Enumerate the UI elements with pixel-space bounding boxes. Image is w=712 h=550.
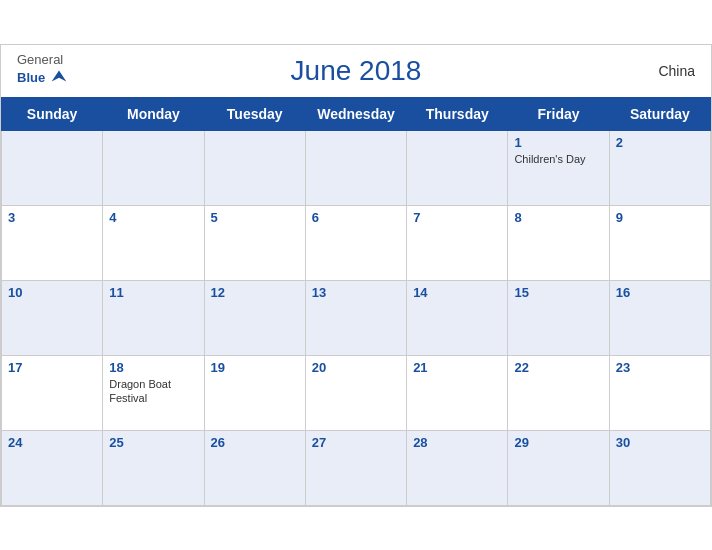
svg-marker-0 xyxy=(52,70,67,81)
table-cell: 20 xyxy=(305,355,406,430)
day-number: 29 xyxy=(514,435,602,450)
table-cell: 7 xyxy=(407,205,508,280)
day-number: 18 xyxy=(109,360,197,375)
day-number: 5 xyxy=(211,210,299,225)
day-number: 25 xyxy=(109,435,197,450)
day-number: 14 xyxy=(413,285,501,300)
calendar-header: General Blue June 2018 China xyxy=(1,45,711,97)
logo-text: General Blue xyxy=(17,52,70,88)
header-wednesday: Wednesday xyxy=(305,97,406,130)
day-number: 6 xyxy=(312,210,400,225)
header-sunday: Sunday xyxy=(2,97,103,130)
day-number: 24 xyxy=(8,435,96,450)
country-label: China xyxy=(658,63,695,79)
table-cell: 15 xyxy=(508,280,609,355)
table-cell: 16 xyxy=(609,280,710,355)
day-number: 9 xyxy=(616,210,704,225)
calendar-table: Sunday Monday Tuesday Wednesday Thursday… xyxy=(1,97,711,506)
day-number: 23 xyxy=(616,360,704,375)
table-cell: 13 xyxy=(305,280,406,355)
table-cell: 26 xyxy=(204,430,305,505)
week-row-1: 1Children's Day2 xyxy=(2,130,711,205)
table-cell: 3 xyxy=(2,205,103,280)
table-cell: 21 xyxy=(407,355,508,430)
table-cell xyxy=(305,130,406,205)
calendar-container: General Blue June 2018 China Sunday Mond… xyxy=(0,44,712,507)
table-cell xyxy=(103,130,204,205)
header-saturday: Saturday xyxy=(609,97,710,130)
table-cell: 22 xyxy=(508,355,609,430)
day-number: 16 xyxy=(616,285,704,300)
week-row-3: 10111213141516 xyxy=(2,280,711,355)
header-monday: Monday xyxy=(103,97,204,130)
event-label: Children's Day xyxy=(514,152,602,166)
day-number: 30 xyxy=(616,435,704,450)
day-number: 1 xyxy=(514,135,602,150)
table-cell: 1Children's Day xyxy=(508,130,609,205)
logo-blue: Blue xyxy=(17,70,45,84)
day-number: 26 xyxy=(211,435,299,450)
week-row-2: 3456789 xyxy=(2,205,711,280)
table-cell xyxy=(2,130,103,205)
calendar-title: June 2018 xyxy=(291,55,422,87)
week-row-5: 24252627282930 xyxy=(2,430,711,505)
table-cell: 19 xyxy=(204,355,305,430)
table-cell: 28 xyxy=(407,430,508,505)
table-cell: 25 xyxy=(103,430,204,505)
day-number: 13 xyxy=(312,285,400,300)
table-cell: 11 xyxy=(103,280,204,355)
table-cell: 5 xyxy=(204,205,305,280)
day-number: 22 xyxy=(514,360,602,375)
table-cell: 18Dragon Boat Festival xyxy=(103,355,204,430)
header-thursday: Thursday xyxy=(407,97,508,130)
table-cell: 24 xyxy=(2,430,103,505)
day-number: 7 xyxy=(413,210,501,225)
logo-general: General xyxy=(17,52,70,66)
table-cell: 12 xyxy=(204,280,305,355)
table-cell: 6 xyxy=(305,205,406,280)
table-cell: 27 xyxy=(305,430,406,505)
day-number: 20 xyxy=(312,360,400,375)
table-cell: 9 xyxy=(609,205,710,280)
table-cell: 14 xyxy=(407,280,508,355)
day-number: 2 xyxy=(616,135,704,150)
event-label: Dragon Boat Festival xyxy=(109,377,197,406)
table-cell: 4 xyxy=(103,205,204,280)
day-number: 17 xyxy=(8,360,96,375)
table-cell: 17 xyxy=(2,355,103,430)
day-number: 19 xyxy=(211,360,299,375)
table-cell: 29 xyxy=(508,430,609,505)
table-cell: 10 xyxy=(2,280,103,355)
table-cell xyxy=(204,130,305,205)
table-cell: 23 xyxy=(609,355,710,430)
day-number: 3 xyxy=(8,210,96,225)
weekday-header-row: Sunday Monday Tuesday Wednesday Thursday… xyxy=(2,97,711,130)
day-number: 27 xyxy=(312,435,400,450)
day-number: 21 xyxy=(413,360,501,375)
day-number: 12 xyxy=(211,285,299,300)
week-row-4: 1718Dragon Boat Festival1920212223 xyxy=(2,355,711,430)
header-tuesday: Tuesday xyxy=(204,97,305,130)
table-cell xyxy=(407,130,508,205)
header-friday: Friday xyxy=(508,97,609,130)
day-number: 8 xyxy=(514,210,602,225)
table-cell: 2 xyxy=(609,130,710,205)
table-cell: 8 xyxy=(508,205,609,280)
day-number: 10 xyxy=(8,285,96,300)
day-number: 15 xyxy=(514,285,602,300)
day-number: 4 xyxy=(109,210,197,225)
day-number: 11 xyxy=(109,285,197,300)
logo-area: General Blue xyxy=(17,52,70,88)
logo-bird-icon xyxy=(48,67,70,89)
day-number: 28 xyxy=(413,435,501,450)
table-cell: 30 xyxy=(609,430,710,505)
